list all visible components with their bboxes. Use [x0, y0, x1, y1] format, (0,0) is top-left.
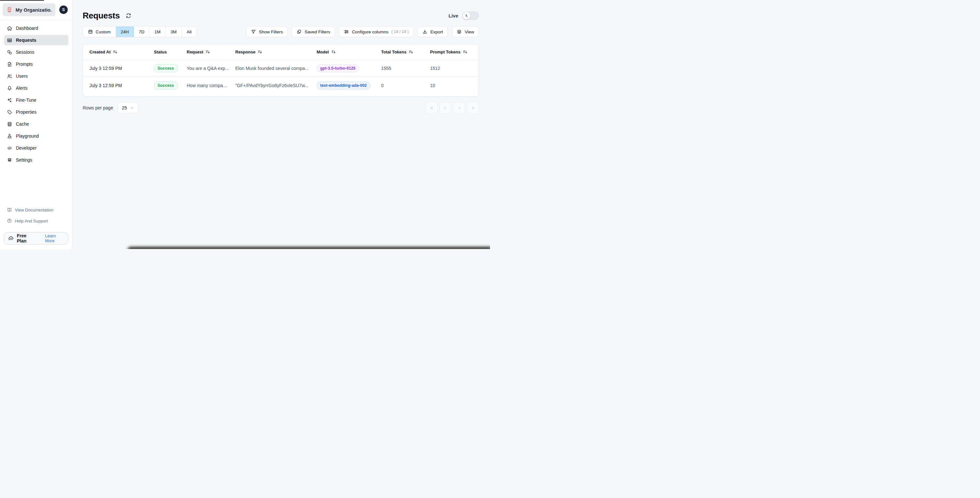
- sort-icon: [463, 49, 468, 54]
- org-switcher[interactable]: My Organizatio...: [3, 3, 56, 16]
- chevrons-right-icon: [471, 106, 476, 110]
- sidebar-item-fine-tune[interactable]: Fine-Tune: [4, 95, 68, 105]
- time-range-label: 1M: [154, 30, 161, 34]
- column-label: Model: [317, 49, 329, 54]
- cell-model: text-embedding-ada-002: [317, 82, 381, 89]
- status-badge: Success: [154, 82, 178, 89]
- sparkles-icon: [7, 97, 12, 103]
- button-label: Show Filters: [259, 30, 283, 34]
- configure-columns-button[interactable]: Configure columns ( 14 / 14 ): [339, 26, 414, 37]
- column-label: Prompt Tokens: [430, 49, 460, 54]
- show-filters-button[interactable]: Show Filters: [246, 26, 288, 37]
- column-label: Total Tokens: [381, 49, 406, 54]
- sidebar-item-users[interactable]: Users: [4, 71, 68, 81]
- cell-total-tokens: 0: [381, 83, 430, 88]
- sort-icon: [331, 49, 336, 54]
- live-label: Live: [449, 13, 458, 19]
- time-range-24h[interactable]: 24H: [116, 27, 134, 37]
- button-label: View: [465, 30, 474, 34]
- table-row[interactable]: July 3 12:59 PM Success How many compa..…: [83, 77, 479, 94]
- building-icon: [6, 7, 12, 13]
- live-toggle[interactable]: [462, 11, 479, 20]
- saved-filters-button[interactable]: Saved Filters: [292, 26, 335, 37]
- time-range-label: Custom: [95, 30, 111, 34]
- document-icon: [7, 62, 12, 67]
- gear-icon: [7, 157, 12, 163]
- org-row: My Organizatio... S: [0, 3, 72, 21]
- time-range-label: 24H: [121, 30, 129, 34]
- sidebar-item-developer[interactable]: Developer: [4, 143, 68, 153]
- main-content: Requests Live Custom 24H 7D: [73, 0, 490, 249]
- cell-created-at: July 3 12:59 PM: [89, 66, 154, 71]
- sidebar-item-dashboard[interactable]: Dashboard: [4, 23, 68, 33]
- sidebar-item-settings[interactable]: Settings: [4, 155, 68, 165]
- sidebar-item-alerts[interactable]: Alerts: [4, 83, 68, 93]
- time-range-label: 7D: [139, 30, 144, 34]
- previous-page-button[interactable]: [439, 102, 451, 114]
- funnel-icon: [251, 29, 256, 34]
- bell-icon: [7, 86, 12, 91]
- help-and-support-link[interactable]: Help And Support: [4, 216, 68, 226]
- view-button[interactable]: View: [452, 26, 479, 37]
- live-toggle-knob: [463, 12, 470, 19]
- time-range-control: Custom 24H 7D 1M 3M All: [83, 26, 197, 37]
- column-header-model[interactable]: Model: [317, 49, 381, 54]
- rows-per-page-select[interactable]: 25: [118, 102, 138, 113]
- avatar[interactable]: S: [59, 5, 68, 14]
- chevron-right-icon: [457, 106, 462, 110]
- first-page-button[interactable]: [425, 102, 437, 114]
- sliders-icon: [344, 29, 349, 34]
- column-header-prompt-tokens[interactable]: Prompt Tokens: [430, 49, 476, 54]
- model-badge: text-embedding-ada-002: [317, 82, 371, 89]
- time-range-custom[interactable]: Custom: [83, 27, 116, 37]
- time-range-3m[interactable]: 3M: [165, 27, 182, 37]
- last-page-button[interactable]: [467, 102, 479, 114]
- sidebar-item-requests[interactable]: Requests: [4, 35, 68, 45]
- refresh-button[interactable]: [125, 12, 132, 19]
- button-label: Configure columns: [352, 30, 388, 34]
- bolt-slash-icon: [465, 14, 469, 18]
- users-icon: [7, 73, 12, 79]
- next-page-button[interactable]: [453, 102, 465, 114]
- pagination-row: Rows per page 25: [83, 102, 479, 114]
- toolbar-buttons: Show Filters Saved Filters Configure col…: [246, 26, 479, 37]
- sidebar-item-cache[interactable]: Cache: [4, 119, 68, 129]
- sidebar-footer: View Documentation Help And Support Free…: [4, 205, 68, 244]
- sort-icon: [113, 49, 118, 54]
- button-label: Saved Filters: [305, 30, 330, 34]
- window-shadow-artifact: [127, 247, 490, 249]
- cell-prompt-tokens: 10: [430, 83, 476, 88]
- column-header-response[interactable]: Response: [235, 49, 317, 54]
- calendar-icon: [88, 29, 93, 34]
- learn-more-link[interactable]: Learn More: [45, 233, 64, 243]
- sidebar-item-playground[interactable]: Playground: [4, 131, 68, 141]
- requests-table: Created At Status Request Response Model: [83, 44, 479, 97]
- sidebar-item-label: Cache: [16, 121, 29, 127]
- table-row[interactable]: July 3 12:59 PM Success You are a Q&A ex…: [83, 60, 479, 77]
- window-edge-artifact: [0, 0, 44, 1]
- sidebar-item-sessions[interactable]: Sessions: [4, 47, 68, 57]
- time-range-7d[interactable]: 7D: [134, 27, 150, 37]
- sidebar-item-properties[interactable]: Properties: [4, 107, 68, 117]
- columns-count: ( 14 / 14 ): [391, 30, 409, 34]
- column-header-created-at[interactable]: Created At: [89, 49, 154, 54]
- home-icon: [7, 25, 12, 31]
- time-range-all[interactable]: All: [182, 27, 196, 37]
- export-button[interactable]: Export: [417, 26, 448, 37]
- sidebar-item-label: Settings: [16, 157, 32, 163]
- column-header-status[interactable]: Status: [154, 49, 187, 54]
- live-toggle-group: Live: [449, 11, 479, 20]
- column-header-total-tokens[interactable]: Total Tokens: [381, 49, 430, 54]
- sidebar-nav: Dashboard Requests Sessions Prompts User…: [4, 23, 68, 165]
- sidebar-item-prompts[interactable]: Prompts: [4, 59, 68, 69]
- sort-icon: [409, 49, 414, 54]
- column-header-request[interactable]: Request: [187, 49, 235, 54]
- plan-card[interactable]: Free Plan Learn More: [4, 232, 68, 244]
- pager-buttons: [425, 102, 479, 114]
- plan-name: Free Plan: [17, 233, 35, 244]
- time-range-1m[interactable]: 1M: [150, 27, 166, 37]
- cell-created-at: July 3 12:59 PM: [89, 83, 154, 88]
- cloud-upload-icon: [8, 235, 14, 241]
- question-circle-icon: [7, 218, 12, 224]
- view-documentation-link[interactable]: View Documentation: [4, 205, 68, 215]
